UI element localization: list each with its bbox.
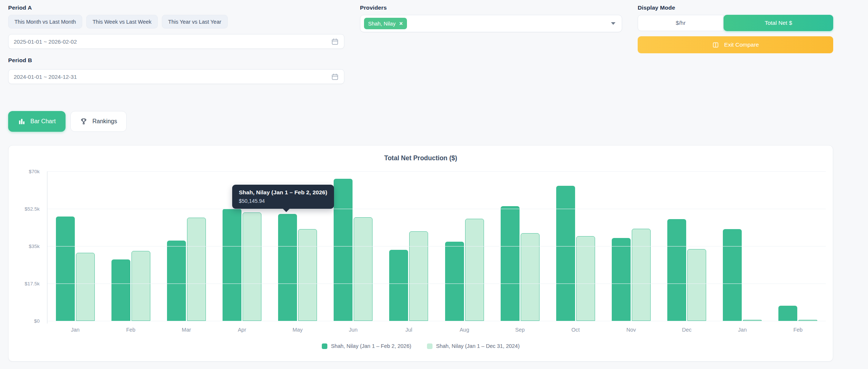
legend-swatch <box>322 343 327 349</box>
bar-series1-9-oct[interactable] <box>576 236 595 321</box>
x-tick-label: May <box>270 327 326 333</box>
display-mode-label: Display Mode <box>638 4 833 11</box>
bar-series1-2-mar[interactable] <box>187 218 206 321</box>
gridline <box>47 246 826 246</box>
period-b-label: Period B <box>8 57 344 64</box>
display-mode-section: Display Mode $/hr Total Net $ Exit Compa… <box>638 4 833 53</box>
x-tick-label: Dec <box>659 327 715 333</box>
preset-button-0[interactable]: This Month vs Last Month <box>8 15 82 28</box>
y-axis: $70k$52.5k$35k$17.5k$0 <box>9 171 44 321</box>
page: Period A This Month vs Last MonthThis We… <box>0 0 868 362</box>
bar-series1-7-aug[interactable] <box>465 219 484 321</box>
gridline <box>47 209 826 209</box>
legend-label: Shah, Nilay (Jan 1 – Feb 2, 2026) <box>331 343 411 349</box>
display-mode-hr-button[interactable]: $/hr <box>638 15 724 31</box>
x-tick-label: Sep <box>492 327 548 333</box>
exit-compare-label: Exit Compare <box>724 41 759 48</box>
bar-series0-8-sep[interactable] <box>501 206 520 321</box>
preset-button-1[interactable]: This Week vs Last Week <box>86 15 158 28</box>
x-tick-label: Mar <box>158 327 214 333</box>
legend-label: Shah, Nilay (Jan 1 – Dec 31, 2024) <box>436 343 520 349</box>
providers-select[interactable]: Shah, Nilay × <box>360 15 622 32</box>
bar-series0-3-apr[interactable] <box>223 209 241 321</box>
chart-tooltip: Shah, Nilay (Jan 1 – Feb 2, 2026) $50,14… <box>232 185 334 209</box>
period-a-date-value: 2025-01-01 ~ 2026-02-02 <box>14 38 77 45</box>
chart-legend: Shah, Nilay (Jan 1 – Feb 2, 2026)Shah, N… <box>9 343 833 349</box>
chart-card: Total Net Production ($) $70k$52.5k$35k$… <box>8 145 833 362</box>
bar-series1-4-may[interactable] <box>298 229 317 321</box>
period-a-section: Period A This Month vs Last MonthThis We… <box>8 4 344 84</box>
plot-area: JanFebMarAprMayJunJulAugSepOctNovDecJanF… <box>47 171 826 321</box>
bar-series0-12-jan[interactable] <box>723 229 742 321</box>
bar-series1-0-jan[interactable] <box>76 253 95 321</box>
bar-series0-1-feb[interactable] <box>111 259 130 321</box>
bar-series0-10-nov[interactable] <box>612 238 631 321</box>
bar-series0-13-feb[interactable] <box>778 306 797 321</box>
rankings-tab[interactable]: Rankings <box>70 111 127 132</box>
bar-series1-6-jul[interactable] <box>409 231 428 321</box>
bar-series0-4-may[interactable] <box>278 214 297 321</box>
rankings-tab-label: Rankings <box>92 118 117 125</box>
provider-chip-label: Shah, Nilay <box>368 21 395 27</box>
bar-series1-1-feb[interactable] <box>131 251 150 321</box>
bar-series1-11-dec[interactable] <box>687 249 706 321</box>
x-tick-label: Feb <box>103 327 158 333</box>
calendar-icon <box>331 38 339 46</box>
bar-series0-7-aug[interactable] <box>445 242 464 321</box>
x-tick-label: Jan <box>47 327 103 333</box>
x-tick-label: Jun <box>326 327 381 333</box>
legend-item-0[interactable]: Shah, Nilay (Jan 1 – Feb 2, 2026) <box>322 343 411 349</box>
y-tick-label: $17.5k <box>9 281 44 286</box>
x-tick-label: Aug <box>437 327 492 333</box>
gridline <box>47 171 826 172</box>
filters-bar: Period A This Month vs Last MonthThis We… <box>0 0 868 103</box>
x-tick-label: Jul <box>381 327 437 333</box>
x-tick-label: Jan <box>715 327 770 333</box>
chart-title: Total Net Production ($) <box>9 154 833 162</box>
period-b-date-range[interactable]: 2024-01-01 ~ 2024-12-31 <box>8 69 344 84</box>
bar-series0-6-jul[interactable] <box>389 250 408 321</box>
legend-item-1[interactable]: Shah, Nilay (Jan 1 – Dec 31, 2024) <box>427 343 520 349</box>
view-toggle: Bar Chart Rankings <box>8 111 868 132</box>
display-mode-toggle: $/hr Total Net $ <box>638 15 833 31</box>
bar-series0-0-jan[interactable] <box>56 217 75 321</box>
tooltip-value: $50,145.94 <box>239 198 327 204</box>
legend-swatch <box>427 343 433 349</box>
bar-series1-5-jun[interactable] <box>354 217 373 321</box>
x-tick-label: Oct <box>548 327 603 333</box>
x-tick-label: Apr <box>214 327 270 333</box>
chevron-down-icon <box>611 22 615 25</box>
gridline <box>47 321 826 321</box>
columns-compare-icon <box>712 41 719 48</box>
bar-series1-3-apr[interactable] <box>243 212 261 321</box>
provider-chip: Shah, Nilay × <box>364 18 407 29</box>
x-tick-label: Feb <box>770 327 826 333</box>
y-tick-label: $70k <box>9 169 44 174</box>
display-mode-net-button[interactable]: Total Net $ <box>724 15 833 31</box>
bar-series0-2-mar[interactable] <box>167 241 186 321</box>
bar-chart-tab-label: Bar Chart <box>30 118 56 125</box>
providers-section: Providers Shah, Nilay × <box>360 4 622 32</box>
period-a-date-range[interactable]: 2025-01-01 ~ 2026-02-02 <box>8 34 344 49</box>
chip-remove-icon[interactable]: × <box>399 21 403 27</box>
period-presets: This Month vs Last MonthThis Week vs Las… <box>8 15 344 28</box>
bar-series0-11-dec[interactable] <box>667 219 686 321</box>
bar-series0-5-jun[interactable] <box>334 179 353 321</box>
trophy-icon <box>80 118 87 125</box>
bar-chart-icon <box>18 118 26 125</box>
bar-series1-10-nov[interactable] <box>632 229 651 321</box>
y-tick-label: $52.5k <box>9 206 44 212</box>
providers-label: Providers <box>360 4 622 11</box>
exit-compare-button[interactable]: Exit Compare <box>638 36 833 53</box>
y-tick-label: $35k <box>9 244 44 249</box>
bar-series0-9-oct[interactable] <box>556 186 575 321</box>
period-a-label: Period A <box>8 4 344 11</box>
period-b-date-value: 2024-01-01 ~ 2024-12-31 <box>14 74 77 80</box>
x-tick-label: Nov <box>603 327 659 333</box>
tooltip-title: Shah, Nilay (Jan 1 – Feb 2, 2026) <box>239 189 327 196</box>
preset-button-2[interactable]: This Year vs Last Year <box>162 15 228 28</box>
y-tick-label: $0 <box>9 318 44 324</box>
bar-chart-tab[interactable]: Bar Chart <box>8 111 66 132</box>
gridline <box>47 284 826 284</box>
calendar-icon <box>331 73 339 81</box>
